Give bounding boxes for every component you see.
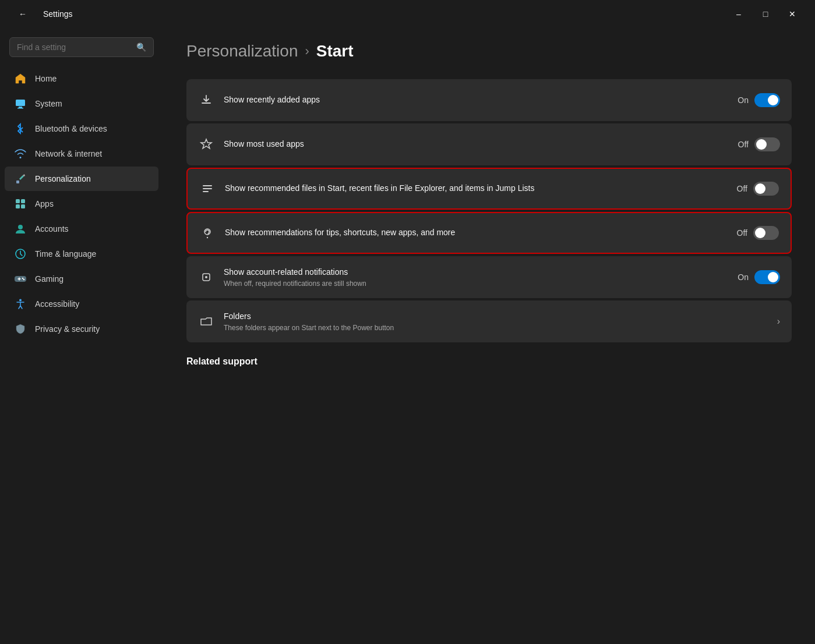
sidebar-item-label-privacy: Privacy & security <box>35 324 100 334</box>
svg-rect-7 <box>21 204 25 208</box>
setting-label-folders: Folders <box>224 311 768 323</box>
setting-label-recently-added: Show recently added apps <box>224 94 728 106</box>
setting-row-recently-added: Show recently added apps On <box>186 79 792 121</box>
toggle-account-notifications[interactable] <box>754 270 780 284</box>
setting-control-most-used: Off <box>738 137 780 151</box>
system-icon <box>14 97 27 110</box>
sidebar-item-home[interactable]: Home <box>5 66 158 91</box>
setting-icon-recently-added <box>198 92 214 108</box>
sidebar-item-label-time: Time & language <box>35 249 96 259</box>
bluetooth-icon <box>14 122 27 135</box>
setting-text-recommended-files: Show recommended files in Start, recent … <box>225 183 728 194</box>
sidebar-item-network[interactable]: Network & internet <box>5 141 158 166</box>
sidebar-item-personalization[interactable]: Personalization <box>5 167 158 191</box>
setting-control-recommendations-tips: Off <box>737 226 779 240</box>
sidebar-item-gaming[interactable]: Gaming <box>5 267 158 291</box>
accounts-icon <box>14 222 27 235</box>
toggle-most-used[interactable] <box>754 137 780 151</box>
setting-icon-folders <box>198 313 214 330</box>
toggle-knob-account-notifications <box>768 272 778 282</box>
setting-icon-recommendations-tips <box>199 225 216 241</box>
window-controls: – □ ✕ <box>725 5 806 23</box>
sidebar-item-label-network: Network & internet <box>35 149 102 158</box>
setting-row-account-notifications: Show account-related notifications When … <box>186 256 792 298</box>
svg-rect-3 <box>16 181 19 183</box>
sidebar-item-time[interactable]: Time & language <box>5 242 158 266</box>
setting-control-account-notifications: On <box>738 270 780 284</box>
svg-point-12 <box>23 279 24 280</box>
breadcrumb: Personalization › Start <box>186 28 792 61</box>
setting-text-folders: Folders These folders appear on Start ne… <box>224 311 768 332</box>
setting-control-recently-added: On <box>738 93 780 107</box>
setting-text-recently-added: Show recently added apps <box>224 94 728 106</box>
toggle-recommendations-tips[interactable] <box>753 226 779 240</box>
breadcrumb-parent: Personalization <box>186 42 298 61</box>
sidebar-item-bluetooth[interactable]: Bluetooth & devices <box>5 116 158 141</box>
sidebar-item-system[interactable]: System <box>5 91 158 116</box>
sidebar-item-label-personalization: Personalization <box>35 174 91 183</box>
toggle-recommended-files[interactable] <box>753 182 779 196</box>
sidebar-item-accounts[interactable]: Accounts <box>5 217 158 241</box>
setting-text-account-notifications: Show account-related notifications When … <box>224 267 728 288</box>
search-icon: 🔍 <box>136 43 146 52</box>
chevron-icon-folders: › <box>777 316 780 327</box>
setting-row-most-used: Show most used apps Off <box>186 123 792 165</box>
setting-row-recommendations-tips: Show recommendations for tips, shortcuts… <box>186 212 792 254</box>
setting-row-folders[interactable]: Folders These folders appear on Start ne… <box>186 300 792 342</box>
back-button[interactable]: ← <box>9 5 36 23</box>
setting-status-account-notifications: On <box>738 273 749 282</box>
gaming-icon <box>14 273 27 285</box>
setting-text-most-used: Show most used apps <box>224 139 729 150</box>
sidebar-item-apps[interactable]: Apps <box>5 192 158 216</box>
settings-list: Show recently added apps On Show most us… <box>186 79 792 342</box>
accessibility-icon <box>14 298 27 310</box>
app-body: 🔍 Home System Bluetooth & devices <box>0 28 815 644</box>
svg-rect-6 <box>16 204 20 208</box>
time-icon <box>14 247 27 260</box>
setting-status-recommendations-tips: Off <box>737 228 747 238</box>
sidebar-item-label-accounts: Accounts <box>35 224 69 233</box>
personalization-icon <box>14 172 27 185</box>
sidebar-item-privacy[interactable]: Privacy & security <box>5 317 158 341</box>
setting-label-most-used: Show most used apps <box>224 139 729 150</box>
toggle-knob-most-used <box>756 139 767 150</box>
setting-sublabel-account-notifications: When off, required notifications are sti… <box>224 279 728 288</box>
svg-rect-0 <box>16 100 25 106</box>
sidebar-nav: Home System Bluetooth & devices Network … <box>0 66 163 341</box>
setting-text-recommendations-tips: Show recommendations for tips, shortcuts… <box>225 227 728 239</box>
titlebar: ← Settings – □ ✕ <box>0 0 815 28</box>
svg-point-13 <box>19 299 22 302</box>
setting-label-account-notifications: Show account-related notifications <box>224 267 728 278</box>
setting-control-recommended-files: Off <box>737 182 779 196</box>
network-icon <box>14 147 27 160</box>
sidebar-item-label-bluetooth: Bluetooth & devices <box>35 124 107 133</box>
svg-rect-5 <box>21 199 25 203</box>
home-icon <box>14 72 27 85</box>
svg-point-11 <box>22 278 23 279</box>
toggle-knob-recently-added <box>768 95 778 105</box>
toggle-knob-recommendations-tips <box>755 228 765 238</box>
titlebar-left: ← Settings <box>9 5 73 23</box>
search-input[interactable] <box>17 43 132 52</box>
svg-point-15 <box>207 237 208 238</box>
sidebar: 🔍 Home System Bluetooth & devices <box>0 28 163 644</box>
close-button[interactable]: ✕ <box>779 5 806 23</box>
sidebar-item-label-accessibility: Accessibility <box>35 299 79 309</box>
setting-icon-recommended-files <box>199 181 216 197</box>
maximize-button[interactable]: □ <box>752 5 779 23</box>
toggle-recently-added[interactable] <box>754 93 780 107</box>
setting-icon-most-used <box>198 136 214 153</box>
setting-status-most-used: Off <box>738 140 749 149</box>
main-content: Personalization › Start Show recently ad… <box>163 28 815 644</box>
setting-label-recommended-files: Show recommended files in Start, recent … <box>225 183 728 194</box>
svg-point-8 <box>18 225 23 229</box>
sidebar-item-label-apps: Apps <box>35 199 54 208</box>
app-title: Settings <box>43 9 73 19</box>
setting-status-recommended-files: Off <box>737 184 747 193</box>
breadcrumb-separator: › <box>305 44 309 59</box>
svg-rect-1 <box>19 107 22 108</box>
sidebar-item-accessibility[interactable]: Accessibility <box>5 292 158 316</box>
minimize-button[interactable]: – <box>725 5 752 23</box>
search-box[interactable]: 🔍 <box>9 37 154 57</box>
related-support-title: Related support <box>186 356 792 367</box>
